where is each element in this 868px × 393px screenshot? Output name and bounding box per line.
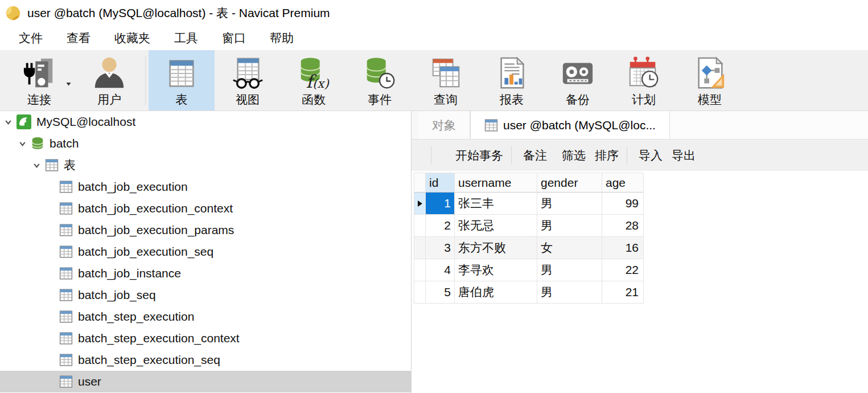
toolbar-button-backup[interactable]: 备份 (545, 50, 611, 110)
column-header-username[interactable]: username (455, 173, 537, 193)
tree-item-batch-step-execution-seq[interactable]: batch_step_execution_seq (0, 349, 411, 371)
table-icon (164, 56, 199, 91)
toolbar-button-schedule[interactable]: 计划 (611, 50, 677, 110)
cell-username-row5[interactable]: 唐伯虎 (455, 281, 537, 304)
column-header-gender[interactable]: gender (537, 173, 602, 193)
cell-age-row2[interactable]: 28 (602, 215, 644, 237)
main-toolbar: 连接用户表视图f(x)函数事件查询报表备份计划模型 (0, 50, 868, 111)
toolbar-button-table[interactable]: 表 (149, 50, 215, 110)
menu-item-4[interactable]: 工具 (162, 27, 210, 49)
row-indicator-row3[interactable] (414, 237, 426, 259)
small-table-icon (59, 267, 73, 280)
tree-item-user[interactable]: user (0, 371, 411, 392)
tree-item-batch-job-execution[interactable]: batch_job_execution (0, 176, 411, 198)
column-header-age[interactable]: age (602, 173, 644, 193)
tree-item-batch-job-execution-params[interactable]: batch_job_execution_params (0, 219, 411, 241)
model-icon (692, 56, 727, 91)
table-row: 5唐伯虎男21 (414, 281, 644, 304)
tree-item-label: batch_step_execution_context (78, 331, 240, 345)
chevron-down-icon[interactable] (18, 140, 27, 148)
chevron-down-icon[interactable] (32, 161, 41, 170)
tree-item-batch-job-instance[interactable]: batch_job_instance (0, 263, 411, 284)
toolbar-divider (627, 146, 627, 165)
tree-item-label: batch_step_execution_seq (78, 353, 220, 367)
cell-gender-row3[interactable]: 女 (537, 237, 602, 259)
tree-item-batch-job-execution-seq[interactable]: batch_job_execution_seq (0, 241, 411, 263)
menu-item-2[interactable]: 查看 (55, 27, 102, 49)
toolbar-button-label: 视图 (236, 92, 260, 107)
filter-label: 筛选 (562, 148, 586, 163)
tree-item-label: batch_step_execution (78, 310, 194, 324)
note-label: 备注 (523, 148, 547, 163)
cell-username-row3[interactable]: 东方不败 (455, 237, 537, 259)
note-button[interactable]: 备注 (519, 148, 552, 163)
toolbar-button-user[interactable]: 用户 (76, 50, 142, 110)
connection-tree: MySQL@localhostbatch表batch_job_execution… (0, 111, 411, 393)
chevron-down-icon[interactable] (3, 118, 13, 126)
small-table-icon (59, 245, 73, 259)
toolbar-button-model[interactable]: 模型 (677, 50, 743, 110)
import-button[interactable]: 导入 (634, 148, 663, 163)
row-indicator-row2[interactable] (414, 215, 426, 237)
data-grid: idusernamegenderage1张三丰男992张无忌男283东方不败女1… (414, 173, 644, 304)
menu-item-3[interactable]: 收藏夹 (102, 27, 162, 49)
cell-age-row1[interactable]: 99 (602, 193, 644, 215)
cell-username-row2[interactable]: 张无忌 (455, 215, 537, 237)
content-panel: 对象user @batch (MySQL@loc... 开始事务 备注 筛选 排… (412, 111, 868, 393)
small-table-icon (59, 288, 73, 302)
cell-age-row4[interactable]: 22 (602, 259, 644, 281)
cell-id-row3[interactable]: 3 (426, 237, 455, 259)
export-button[interactable]: 导出 (667, 148, 696, 163)
menu-item-6[interactable]: 帮助 (258, 27, 306, 49)
toolbar-button-label: 表 (176, 92, 188, 107)
table-row: 1张三丰男99 (414, 193, 644, 215)
row-indicator-arrow-icon (417, 200, 423, 207)
cell-id-row2[interactable]: 2 (426, 215, 455, 237)
menu-item-1[interactable]: 文件 (7, 27, 55, 49)
tree-item-batch-job-seq[interactable]: batch_job_seq (0, 284, 411, 306)
cell-id-row4[interactable]: 4 (426, 259, 455, 281)
cell-username-row4[interactable]: 李寻欢 (455, 259, 537, 281)
begin-transaction-button[interactable]: 开始事务 (451, 148, 503, 163)
tree-item-label: batch_job_execution_seq (78, 245, 213, 259)
filter-button[interactable]: 筛选 (557, 148, 586, 163)
tree-item-batch[interactable]: batch (0, 133, 411, 154)
row-indicator-row4[interactable] (414, 259, 426, 281)
sort-label: 排序 (595, 148, 619, 163)
mysql-connection-icon (17, 114, 31, 129)
tree-item-label: batch_job_instance (78, 267, 181, 280)
toolbar-button-view[interactable]: 视图 (215, 50, 281, 110)
row-indicator-row5[interactable] (414, 281, 426, 304)
toolbar-button-function[interactable]: f(x)函数 (281, 50, 347, 110)
cell-gender-row4[interactable]: 男 (537, 259, 602, 281)
small-table-icon (59, 223, 73, 237)
tree-item-batch-step-execution-context[interactable]: batch_step_execution_context (0, 328, 411, 349)
row-indicator-header[interactable] (414, 173, 426, 193)
tree-item-batch-step-execution[interactable]: batch_step_execution (0, 306, 411, 328)
tree-item-表[interactable]: 表 (0, 154, 411, 176)
export-label: 导出 (672, 148, 696, 163)
tree-item-batch-job-execution-context[interactable]: batch_job_execution_context (0, 198, 411, 219)
sort-button[interactable]: 排序 (590, 148, 619, 163)
tab-user-table[interactable]: user @batch (MySQL@loc... (470, 111, 670, 139)
toolbar-button-query[interactable]: 查询 (413, 50, 479, 110)
column-header-id[interactable]: id (426, 173, 455, 193)
tab-objects[interactable]: 对象 (418, 111, 470, 139)
cell-id-row5[interactable]: 5 (426, 281, 455, 304)
small-table-icon (59, 310, 73, 324)
cell-gender-row2[interactable]: 男 (537, 215, 602, 237)
tree-item-mysql-localhost[interactable]: MySQL@localhost (0, 111, 411, 133)
row-indicator-row1[interactable] (414, 193, 426, 215)
toolbar-button-connection[interactable]: 连接 (2, 50, 76, 110)
cell-age-row5[interactable]: 21 (602, 281, 644, 304)
menu-item-5[interactable]: 窗口 (210, 27, 258, 49)
cell-gender-row5[interactable]: 男 (537, 281, 602, 304)
toolbar-button-event[interactable]: 事件 (347, 50, 413, 110)
cell-gender-row1[interactable]: 男 (537, 193, 602, 215)
cell-age-row3[interactable]: 16 (602, 237, 644, 259)
cell-username-row1[interactable]: 张三丰 (455, 193, 537, 215)
toolbar-button-report[interactable]: 报表 (479, 50, 545, 110)
cell-id-row1[interactable]: 1 (426, 193, 455, 215)
tree-item-label: batch_job_execution_params (78, 223, 234, 237)
svg-text:(x): (x) (312, 76, 330, 91)
